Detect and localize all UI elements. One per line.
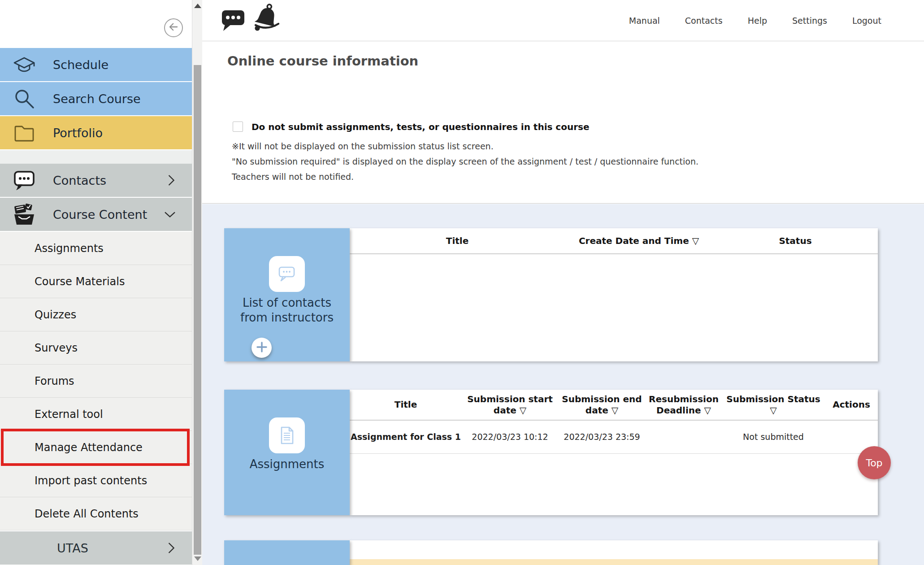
sidebar-item-forums[interactable]: Forums xyxy=(0,365,192,398)
section-panel-label: List of contacts from instructors xyxy=(228,296,346,325)
page-title: Online course information xyxy=(227,53,418,69)
topbar: ManualContactsHelpSettingsLogout xyxy=(202,0,924,41)
plus-icon xyxy=(253,338,271,358)
section-panel-label: Assignments xyxy=(228,457,346,472)
column-header-status: Status xyxy=(713,228,878,253)
note-line: Teachers will not be notified. xyxy=(232,172,698,182)
sidebar-item-schedule[interactable]: Schedule xyxy=(0,48,192,81)
sidebar-item-label: Quizzes xyxy=(35,309,76,321)
column-header-title: Title xyxy=(350,228,565,253)
sidebar-item-label: Forums xyxy=(35,375,74,387)
topbar-link-settings[interactable]: Settings xyxy=(792,16,827,26)
section-partial xyxy=(224,540,878,565)
sidebar-item-delete-all-contents[interactable]: Delete All Contents xyxy=(0,497,192,530)
sidebar-item-portfolio[interactable]: Portfolio xyxy=(0,116,192,149)
sidebar-item-quizzes[interactable]: Quizzes xyxy=(0,298,192,331)
sidebar-item-label: Search Course xyxy=(53,92,141,106)
chat-icon[interactable] xyxy=(220,7,246,32)
section-assignments: AssignmentsTitleSubmission start date ▽S… xyxy=(224,390,878,515)
sidebar-item-utas[interactable]: UTAS xyxy=(0,531,192,565)
sidebar-item-assignments[interactable]: Assignments xyxy=(0,232,192,265)
content-box-icon xyxy=(13,203,36,226)
sidebar-item-label: Course Content xyxy=(53,208,147,222)
table-header-partial xyxy=(350,540,878,559)
add-contact-button[interactable] xyxy=(252,338,272,358)
sidebar-item-course-materials[interactable]: Course Materials xyxy=(0,265,192,298)
column-header-submission-start-date[interactable]: Submission start date ▽ xyxy=(462,390,558,420)
table-header-row: TitleCreate Date and Time ▽Status xyxy=(350,228,878,254)
chevron-down-icon xyxy=(163,209,177,219)
sidebar-item-label: Surveys xyxy=(35,342,78,354)
column-header-submission-end-date[interactable]: Submission end date ▽ xyxy=(558,390,646,420)
bell-muted-icon[interactable] xyxy=(251,2,283,34)
folder-icon xyxy=(13,121,36,144)
section-table: TitleCreate Date and Time ▽Status xyxy=(350,228,878,361)
sidebar-scrollbar[interactable] xyxy=(192,0,202,565)
sidebar-item-external-tool[interactable]: External tool xyxy=(0,398,192,431)
magnifier-icon xyxy=(13,87,36,110)
graduation-cap-icon xyxy=(13,53,36,76)
chat-bubble-icon xyxy=(269,256,305,292)
scrollbar-up-arrow[interactable] xyxy=(194,4,201,8)
sidebar-item-label: Contacts xyxy=(53,174,106,187)
section-table: TitleSubmission start date ▽Submission e… xyxy=(350,390,878,515)
main-area: ManualContactsHelpSettingsLogout Online … xyxy=(202,0,924,565)
sidebar-item-search-course[interactable]: Search Course xyxy=(0,82,192,115)
arrow-left-icon xyxy=(166,19,181,36)
table-cell: Not submitted xyxy=(722,421,825,453)
column-header-actions: Actions xyxy=(825,390,878,420)
column-header-resubmission-deadline[interactable]: Resubmission Deadline ▽ xyxy=(646,390,722,420)
section-panel xyxy=(224,540,350,565)
section-list-of-contacts-from-instructors: List of contacts from instructorsTitleCr… xyxy=(224,228,878,361)
topbar-link-contacts[interactable]: Contacts xyxy=(685,16,723,26)
no-submit-checkbox-label: Do not submit assignments, tests, or que… xyxy=(252,122,590,132)
sidebar-item-import-past-contents[interactable]: Import past contents xyxy=(0,464,192,497)
sidebar-item-label: Assignments xyxy=(35,242,104,255)
sidebar-item-surveys[interactable]: Surveys xyxy=(0,331,192,365)
chevron-right-icon xyxy=(167,541,177,555)
section-table xyxy=(350,540,878,565)
sidebar-menu: ScheduleSearch CoursePortfolioContactsCo… xyxy=(0,48,192,565)
sidebar-item-label: Delete All Contents xyxy=(35,508,139,520)
chevron-right-icon xyxy=(167,174,177,187)
scrollbar-down-arrow[interactable] xyxy=(194,556,201,561)
table-cell: 2022/03/23 23:59 xyxy=(558,421,646,453)
topbar-link-logout[interactable]: Logout xyxy=(852,16,881,26)
sidebar-item-label: Course Materials xyxy=(35,275,125,288)
highlighted-row-partial xyxy=(350,559,878,565)
topbar-link-help[interactable]: Help xyxy=(748,16,767,26)
sidebar-gap xyxy=(0,150,192,164)
no-submit-checkbox[interactable] xyxy=(233,122,243,132)
speech-bubble-icon xyxy=(13,169,36,192)
sidebar-item-label: External tool xyxy=(35,408,103,421)
topbar-link-manual[interactable]: Manual xyxy=(629,16,660,26)
table-row[interactable]: Assignment for Class 12022/03/23 10:1220… xyxy=(350,421,878,454)
table-cell: 2022/03/23 10:12 xyxy=(462,421,558,453)
note-line: ※It will not be displayed on the submiss… xyxy=(232,141,698,151)
sidebar-collapse-button[interactable] xyxy=(164,18,183,37)
sidebar-item-manage-attendance[interactable]: Manage Attendance xyxy=(0,431,192,464)
notes: ※It will not be displayed on the submiss… xyxy=(232,141,698,187)
column-header-create-date-and-time[interactable]: Create Date and Time ▽ xyxy=(565,228,713,253)
document-icon xyxy=(269,417,305,453)
course-info-block: Online course information Do not submit … xyxy=(202,42,924,204)
sidebar-item-label: Portfolio xyxy=(53,126,103,140)
section-panel: Assignments xyxy=(224,390,350,515)
section-panel: List of contacts from instructors xyxy=(224,228,350,361)
table-cell: Assignment for Class 1 xyxy=(350,421,462,453)
sidebar-item-contacts[interactable]: Contacts xyxy=(0,164,192,197)
column-header-title: Title xyxy=(350,390,462,420)
sidebar-item-label: Import past contents xyxy=(35,474,147,487)
table-cell xyxy=(646,421,722,453)
topbar-links: ManualContactsHelpSettingsLogout xyxy=(629,0,924,41)
note-line: "No submission required" is displayed on… xyxy=(232,156,698,166)
column-header-submission-status[interactable]: Submission Status ▽ xyxy=(722,390,825,420)
sidebar: ScheduleSearch CoursePortfolioContactsCo… xyxy=(0,0,192,565)
table-header-row: TitleSubmission start date ▽Submission e… xyxy=(350,390,878,421)
sidebar-item-course-content[interactable]: Course Content xyxy=(0,198,192,231)
sidebar-item-label: Manage Attendance xyxy=(35,441,143,454)
sidebar-item-label: UTAS xyxy=(57,541,88,555)
scroll-to-top-button[interactable]: Top xyxy=(858,446,891,479)
scrollbar-thumb[interactable] xyxy=(194,65,201,555)
sidebar-item-label: Schedule xyxy=(53,58,108,72)
